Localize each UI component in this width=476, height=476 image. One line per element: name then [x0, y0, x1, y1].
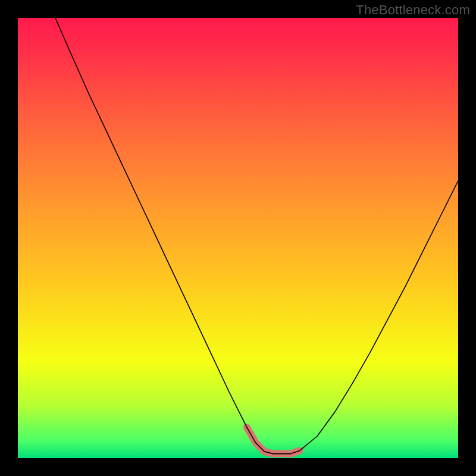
- plot-area: [18, 18, 458, 458]
- attribution-watermark: TheBottleneck.com: [356, 2, 470, 18]
- chart-frame: TheBottleneck.com: [0, 0, 476, 476]
- plot-svg: [18, 18, 458, 458]
